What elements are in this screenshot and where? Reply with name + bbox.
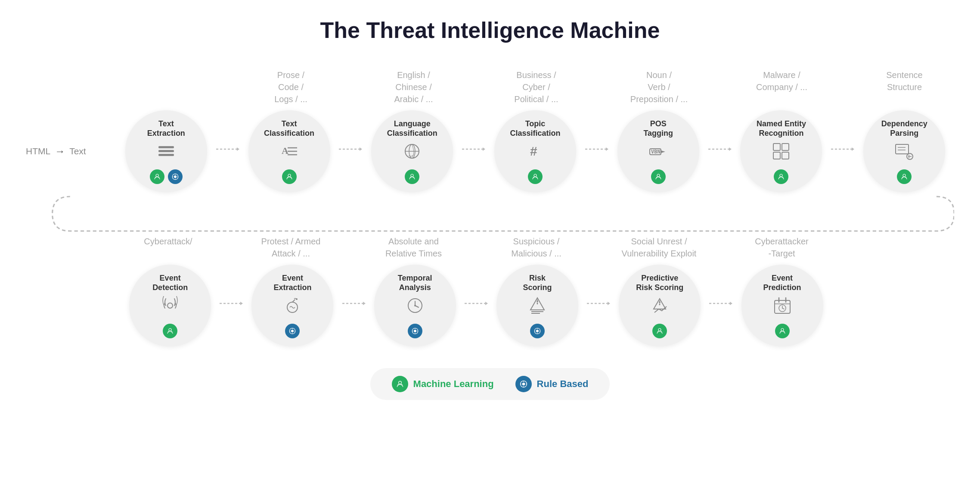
svg-marker-35 (661, 150, 665, 153)
event-prediction-title: EventPrediction (763, 273, 801, 293)
pos-tagging-col: POSTagging VBN (608, 110, 708, 192)
svg-point-102 (783, 331, 785, 332)
named-entity-icon (772, 142, 791, 164)
col-label-dependency-parsing: SentenceStructure (855, 69, 954, 105)
svg-point-67 (296, 298, 298, 300)
svg-text:VBN: VBN (651, 149, 661, 155)
badge-ml (897, 169, 912, 184)
legend-ml-label: Machine Learning (413, 378, 494, 390)
badge-ml (775, 324, 790, 338)
svg-rect-42 (782, 144, 789, 150)
event-detection-icon (161, 296, 180, 319)
event-prediction-badges (775, 324, 790, 338)
svg-point-47 (782, 177, 784, 178)
svg-point-3 (156, 174, 158, 177)
svg-point-62 (171, 331, 172, 332)
badge-ml (405, 169, 419, 184)
svg-rect-0 (158, 146, 174, 148)
temporal-analysis-node: TemporalAnalysis (374, 265, 456, 347)
language-classification-node: LanguageClassification (371, 110, 453, 192)
svg-point-28 (534, 174, 537, 177)
predictive-risk-col: PredictiveRisk Scoring (610, 265, 709, 347)
badge-rb (168, 169, 183, 184)
pos-tagging-badges (651, 169, 666, 184)
named-entity-badges (774, 169, 788, 184)
svg-point-83 (536, 330, 539, 332)
predictive-risk-icon (650, 296, 669, 319)
svg-text:A: A (282, 145, 288, 156)
svg-rect-1 (158, 150, 174, 152)
svg-point-103 (398, 381, 401, 384)
dependency-parsing-col: DependencyParsing (854, 110, 954, 192)
legend-rb-badge (515, 376, 532, 392)
text-classification-badges (282, 169, 297, 184)
between-rows-connector (26, 192, 954, 235)
row1-labels-container: Prose /Code /Logs / ... English /Chinese… (26, 69, 954, 105)
svg-rect-50 (896, 144, 909, 154)
svg-point-4 (155, 177, 156, 178)
badge-ml (652, 324, 667, 338)
svg-rect-2 (158, 154, 174, 156)
event-extraction-title: EventExtraction (273, 273, 311, 293)
topic-classification-title: TopicClassification (510, 119, 560, 138)
col-label-event-detection: Cyberattack/ (118, 235, 218, 259)
topic-classification-badges (528, 169, 543, 184)
svg-line-99 (782, 308, 784, 309)
text-classification-node: TextClassification A (248, 110, 330, 192)
connector-r2-2 (342, 301, 366, 310)
badge-ml (774, 169, 788, 184)
language-classification-col: LanguageClassification (362, 110, 462, 192)
text-extraction-icon (157, 142, 176, 164)
svg-point-45 (780, 174, 782, 177)
text-extraction-col: TextExtraction (116, 110, 216, 192)
connector-r2-5 (709, 301, 732, 310)
text-classification-title: TextClassification (264, 119, 314, 138)
pos-tagging-icon: VBN (649, 142, 668, 164)
dependency-parsing-title: DependencyParsing (881, 119, 927, 138)
html-arrow: → (55, 145, 65, 157)
event-prediction-node: EventPrediction (741, 265, 823, 347)
temporal-analysis-col: TemporalAnalysis (366, 265, 465, 347)
col-label-text-classification: Prose /Code /Logs / ... (241, 69, 341, 105)
topic-classification-icon: # (526, 142, 545, 164)
event-detection-node: EventDetection (129, 265, 211, 347)
svg-point-38 (659, 177, 661, 178)
svg-point-59 (167, 303, 173, 308)
svg-point-5 (158, 177, 159, 178)
svg-point-36 (657, 174, 660, 177)
svg-point-75 (414, 305, 416, 306)
col-label-temporal-analysis: Absolute andRelative Times (364, 235, 463, 259)
event-detection-title: EventDetection (152, 273, 188, 293)
event-extraction-col: EventExtraction (243, 265, 342, 347)
svg-point-105 (401, 384, 402, 385)
svg-point-68 (291, 330, 294, 332)
dependency-parsing-icon (895, 142, 914, 164)
risk-scoring-title: RiskScoring (523, 273, 552, 293)
badge-ml (150, 169, 164, 184)
legend-ml-item: Machine Learning (392, 376, 494, 392)
flow-diagram: Prose /Code /Logs / ... English /Chinese… (26, 69, 954, 347)
svg-rect-43 (773, 152, 780, 159)
svg-point-90 (661, 331, 662, 332)
col-label-event-extraction: Protest / ArmedAttack / ... (241, 235, 341, 259)
svg-point-101 (780, 331, 781, 332)
event-extraction-icon (283, 296, 302, 319)
svg-point-104 (397, 384, 399, 385)
badge-ml (528, 169, 543, 184)
predictive-risk-node: PredictiveRisk Scoring (619, 265, 701, 347)
svg-rect-41 (773, 144, 780, 150)
topic-classification-node: TopicClassification # (494, 110, 576, 192)
connector-3 (462, 147, 485, 156)
svg-line-66 (292, 300, 295, 302)
badge-rb (285, 324, 300, 338)
badge-ml (163, 324, 177, 338)
named-entity-node: Named EntityRecognition (740, 110, 822, 192)
svg-point-60 (169, 328, 171, 331)
connector-1 (216, 147, 239, 156)
predictive-risk-badges (652, 324, 667, 338)
dependency-parsing-node: DependencyParsing (863, 110, 945, 192)
svg-point-88 (658, 328, 661, 331)
svg-rect-44 (782, 152, 789, 159)
svg-point-15 (287, 177, 288, 178)
text-extraction-title: TextExtraction (147, 119, 185, 138)
